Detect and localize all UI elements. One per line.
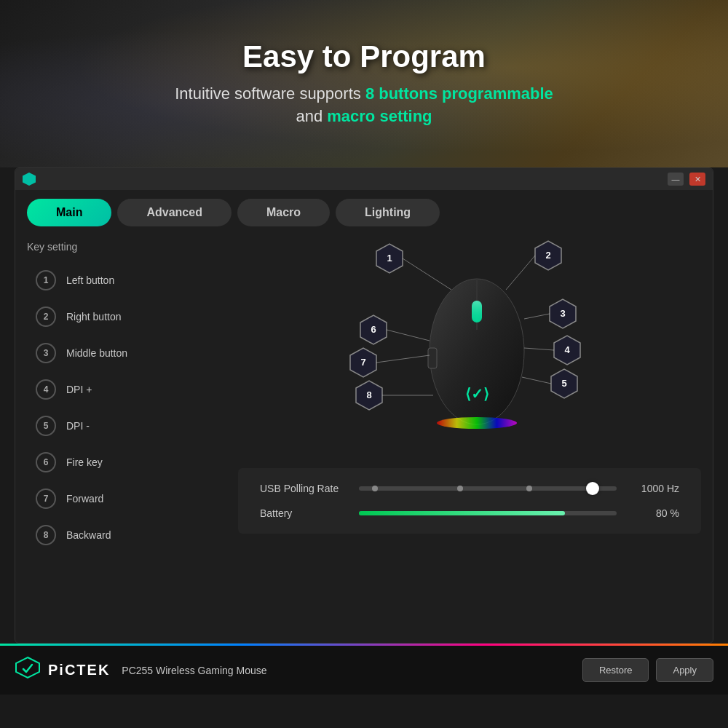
close-button[interactable]: ✕ — [689, 173, 705, 186]
svg-point-6 — [437, 417, 517, 429]
restore-button[interactable]: Restore — [582, 658, 649, 682]
filter-icon — [23, 173, 36, 186]
polling-rate-row: USB Polling Rate 1000 Hz — [260, 483, 679, 494]
svg-text:5: 5 — [561, 378, 566, 389]
svg-text:4: 4 — [564, 344, 570, 355]
mouse-diagram-svg: ⟨✓⟩ — [324, 235, 615, 461]
battery-fill — [359, 511, 565, 515]
minimize-button[interactable]: — — [668, 173, 684, 186]
key-item-1[interactable]: 1 Left button — [27, 264, 238, 296]
footer: PiCTEK PC255 Wireless Gaming Mouse Resto… — [0, 644, 728, 695]
key-badge-8: 8 — [36, 525, 56, 545]
key-label-2: Right button — [66, 311, 122, 323]
brand-name: PiCTEK — [48, 662, 110, 678]
app-window: — ✕ Main Advanced Macro Lighting Key set… — [15, 167, 713, 644]
hero-highlight1: 8 buttons programmable — [365, 84, 553, 103]
key-settings-panel: Key setting 1 Left button 2 Right button… — [27, 235, 238, 631]
svg-line-18 — [524, 348, 554, 350]
key-badge-5: 5 — [36, 416, 56, 436]
window-titlebar: — ✕ — [15, 168, 713, 190]
key-item-2[interactable]: 2 Right button — [27, 301, 238, 333]
key-badge-4: 4 — [36, 379, 56, 400]
svg-text:6: 6 — [371, 324, 376, 335]
svg-rect-4 — [428, 348, 437, 368]
key-label-4: DPI + — [66, 384, 92, 395]
polling-dot-1 — [372, 486, 378, 491]
key-label-8: Backward — [66, 529, 111, 541]
brand-product: PC255 Wireless Gaming Mouse — [122, 665, 266, 676]
tab-advanced[interactable]: Advanced — [117, 199, 231, 226]
polling-thumb[interactable] — [586, 482, 599, 495]
hero-title: Easy to Program — [242, 39, 486, 74]
key-item-8[interactable]: 8 Backward — [27, 519, 238, 551]
hero-subtitle-and: and — [296, 107, 327, 125]
svg-rect-3 — [472, 301, 482, 323]
key-list: 1 Left button 2 Right button 3 Middle bu… — [27, 264, 238, 551]
hero-subtitle-before: Intuitive software supports — [175, 84, 365, 103]
svg-text:3: 3 — [560, 308, 565, 319]
tab-lighting[interactable]: Lighting — [336, 199, 440, 226]
key-item-7[interactable]: 7 Forward — [27, 483, 238, 515]
tab-main[interactable]: Main — [27, 199, 111, 226]
key-badge-1: 1 — [36, 270, 56, 290]
key-item-3[interactable]: 3 Middle button — [27, 337, 238, 369]
key-item-4[interactable]: 4 DPI + — [27, 373, 238, 405]
svg-line-9 — [403, 258, 451, 290]
key-label-7: Forward — [66, 493, 103, 505]
polling-rate-label: USB Polling Rate — [260, 483, 347, 494]
svg-line-24 — [387, 330, 430, 341]
svg-marker-31 — [16, 657, 39, 678]
tab-bar: Main Advanced Macro Lighting — [15, 190, 713, 235]
hero-section: Easy to Program Intuitive software suppo… — [0, 0, 728, 167]
polling-rate-value: 1000 Hz — [628, 483, 679, 494]
svg-text:7: 7 — [360, 357, 365, 368]
key-badge-3: 3 — [36, 343, 56, 363]
key-label-5: DPI - — [66, 420, 90, 432]
battery-row: Battery 80 % — [260, 507, 679, 519]
key-label-6: Fire key — [66, 456, 103, 468]
hero-highlight2: macro setting — [327, 107, 432, 125]
svg-text:⟨✓⟩: ⟨✓⟩ — [465, 386, 489, 402]
brand-icon — [15, 656, 41, 684]
polling-dot-3 — [526, 486, 532, 491]
svg-text:1: 1 — [387, 253, 392, 264]
mouse-diagram-panel: ⟨✓⟩ — [238, 235, 701, 631]
key-label-1: Left button — [66, 274, 114, 286]
footer-buttons: Restore Apply — [582, 658, 713, 682]
main-content: Key setting 1 Left button 2 Right button… — [15, 235, 713, 643]
svg-line-27 — [376, 355, 430, 363]
tab-macro[interactable]: Macro — [237, 199, 330, 226]
svg-line-15 — [524, 314, 550, 319]
battery-label: Battery — [260, 507, 347, 519]
brand-logo: PiCTEK PC255 Wireless Gaming Mouse — [15, 656, 582, 684]
polling-rate-track[interactable] — [359, 486, 617, 491]
key-item-5[interactable]: 5 DPI - — [27, 410, 238, 442]
key-item-6[interactable]: 6 Fire key — [27, 446, 238, 478]
svg-text:2: 2 — [545, 250, 550, 261]
apply-button[interactable]: Apply — [656, 658, 713, 682]
polling-dot-2 — [457, 486, 463, 491]
svg-line-12 — [506, 256, 535, 290]
key-badge-6: 6 — [36, 452, 56, 472]
battery-value: 80 % — [628, 507, 679, 519]
svg-text:8: 8 — [366, 389, 371, 400]
key-badge-7: 7 — [36, 488, 56, 509]
key-badge-2: 2 — [36, 306, 56, 327]
key-setting-title: Key setting — [27, 235, 238, 253]
battery-track — [359, 511, 617, 515]
svg-line-21 — [522, 377, 551, 384]
key-label-3: Middle button — [66, 347, 127, 359]
hero-subtitle: Intuitive software supports 8 buttons pr… — [175, 83, 553, 128]
stats-panel: USB Polling Rate 1000 Hz Battery 8 — [238, 468, 701, 534]
